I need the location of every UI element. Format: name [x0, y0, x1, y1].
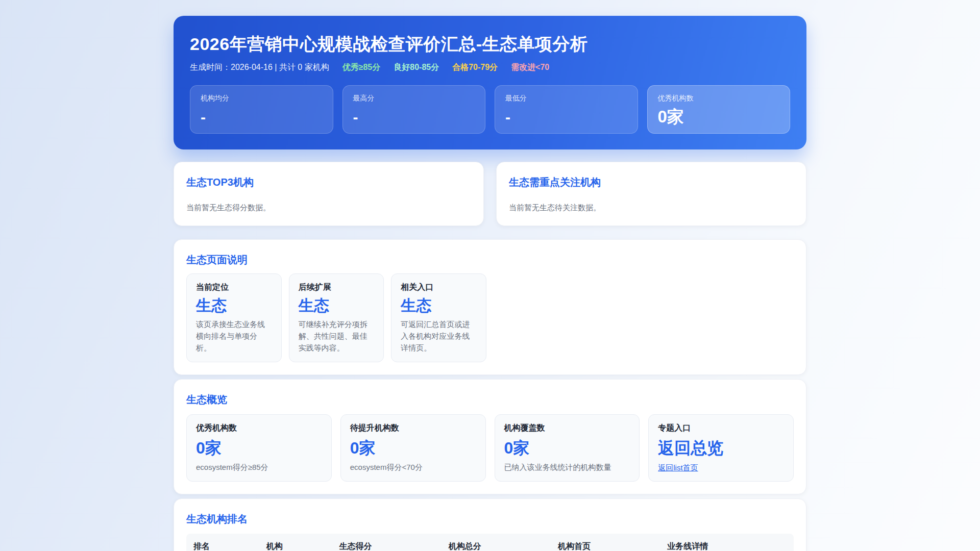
- note-value: 生态: [299, 296, 375, 315]
- legend-pass: 合格70-79分: [452, 62, 498, 73]
- back-to-overview-link[interactable]: 返回总览: [658, 438, 784, 458]
- note-card-future-expansion: 后续扩展 生态 可继续补充评分项拆解、共性问题、最佳实践等内容。: [289, 273, 384, 362]
- overview-desc: ecosystem得分<70分: [350, 461, 476, 473]
- summary-cards-row: 生态TOP3机构 当前暂无生态得分数据。 生态需重点关注机构 当前暂无生态待关注…: [174, 162, 806, 226]
- overview-label: 优秀机构数: [196, 423, 322, 434]
- ranking-card: 生态机构排名 排名 机构 生态得分 机构总分 机构首页 业务线详情: [174, 498, 806, 551]
- note-label: 后续扩展: [299, 282, 375, 293]
- overview-title: 生态概览: [186, 393, 794, 406]
- hero-stats-row: 机构均分 - 最高分 - 最低分 - 优秀机构数 0家: [190, 85, 790, 134]
- col-institution: 机构: [259, 534, 332, 551]
- stat-label: 最低分: [505, 94, 627, 103]
- stat-card-avg-score: 机构均分 -: [190, 85, 333, 134]
- overview-desc: ecosystem得分≥85分: [196, 461, 322, 473]
- top3-empty-text: 当前暂无生态得分数据。: [186, 203, 471, 213]
- col-total-score: 机构总分: [442, 534, 551, 551]
- stat-label: 优秀机构数: [658, 94, 780, 103]
- overview-card-coverage-count: 机构覆盖数 0家 已纳入该业务线统计的机构数量: [495, 414, 640, 482]
- overview-desc: 已纳入该业务线统计的机构数量: [504, 461, 630, 473]
- col-business-detail: 业务线详情: [660, 534, 794, 551]
- overview-label: 专题入口: [658, 423, 784, 434]
- overview-card: 生态概览 优秀机构数 0家 ecosystem得分≥85分 待提升机构数 0家 …: [174, 379, 806, 494]
- ranking-table: 排名 机构 生态得分 机构总分 机构首页 业务线详情: [186, 534, 794, 551]
- overview-card-topic-entry: 专题入口 返回总览 返回list首页: [648, 414, 794, 482]
- report-page: 2026年营销中心规模战检查评价汇总-生态单项分析 生成时间：2026-04-1…: [174, 0, 806, 551]
- report-header: 2026年营销中心规模战检查评价汇总-生态单项分析 生成时间：2026-04-1…: [174, 16, 806, 149]
- top3-title: 生态TOP3机构: [186, 176, 471, 189]
- note-desc: 可返回汇总首页或进入各机构对应业务线详情页。: [401, 318, 477, 354]
- note-label: 当前定位: [196, 282, 272, 293]
- col-rank: 排名: [186, 534, 259, 551]
- stat-card-min-score: 最低分 -: [495, 85, 638, 134]
- stat-label: 机构均分: [201, 94, 323, 103]
- note-value: 生态: [401, 296, 477, 315]
- overview-card-improve-count: 待提升机构数 0家 ecosystem得分<70分: [340, 414, 486, 482]
- overview-card-excellent-count: 优秀机构数 0家 ecosystem得分≥85分: [186, 414, 332, 482]
- note-card-related-entry: 相关入口 生态 可返回汇总首页或进入各机构对应业务线详情页。: [391, 273, 486, 362]
- stat-card-excellent-count: 优秀机构数 0家: [647, 85, 791, 134]
- overview-label: 待提升机构数: [350, 423, 476, 434]
- note-desc: 该页承接生态业务线横向排名与单项分析。: [196, 318, 272, 354]
- generated-time-text: 生成时间：2026-04-16 | 共计 0 家机构: [190, 62, 329, 73]
- page-notes-card: 生态页面说明 当前定位 生态 该页承接生态业务线横向排名与单项分析。 后续扩展 …: [174, 239, 806, 375]
- back-to-list-link[interactable]: 返回list首页: [658, 463, 698, 473]
- note-card-current-position: 当前定位 生态 该页承接生态业务线横向排名与单项分析。: [186, 273, 282, 362]
- note-label: 相关入口: [401, 282, 477, 293]
- page-notes-title: 生态页面说明: [186, 253, 794, 266]
- ranking-title: 生态机构排名: [186, 512, 794, 525]
- focus-title: 生态需重点关注机构: [509, 176, 794, 189]
- overview-label: 机构覆盖数: [504, 423, 630, 434]
- col-institution-home: 机构首页: [551, 534, 660, 551]
- note-desc: 可继续补充评分项拆解、共性问题、最佳实践等内容。: [299, 318, 375, 354]
- stat-value: 0家: [658, 108, 780, 125]
- overview-value: 0家: [196, 438, 322, 458]
- page-title: 2026年营销中心规模战检查评价汇总-生态单项分析: [190, 33, 790, 55]
- page-notes-grid: 当前定位 生态 该页承接生态业务线横向排名与单项分析。 后续扩展 生态 可继续补…: [186, 273, 794, 362]
- top3-card: 生态TOP3机构 当前暂无生态得分数据。: [174, 162, 484, 226]
- overview-grid: 优秀机构数 0家 ecosystem得分≥85分 待提升机构数 0家 ecosy…: [186, 414, 794, 482]
- legend-excellent: 优秀≥85分: [342, 62, 381, 73]
- stat-label: 最高分: [353, 94, 475, 103]
- focus-card: 生态需重点关注机构 当前暂无生态待关注数据。: [496, 162, 806, 226]
- overview-value: 0家: [350, 438, 476, 458]
- col-eco-score: 生态得分: [332, 534, 442, 551]
- ranking-table-header: 排名 机构 生态得分 机构总分 机构首页 业务线详情: [186, 534, 794, 551]
- note-value: 生态: [196, 296, 272, 315]
- stat-value: -: [201, 110, 323, 125]
- legend-improve: 需改进<70: [511, 62, 549, 73]
- overview-value: 0家: [504, 438, 630, 458]
- focus-empty-text: 当前暂无生态待关注数据。: [509, 203, 794, 213]
- stat-value: -: [353, 110, 475, 125]
- stat-card-max-score: 最高分 -: [342, 85, 486, 134]
- legend-good: 良好80-85分: [394, 62, 439, 73]
- report-meta: 生成时间：2026-04-16 | 共计 0 家机构 优秀≥85分 良好80-8…: [190, 62, 790, 73]
- stat-value: -: [505, 110, 627, 125]
